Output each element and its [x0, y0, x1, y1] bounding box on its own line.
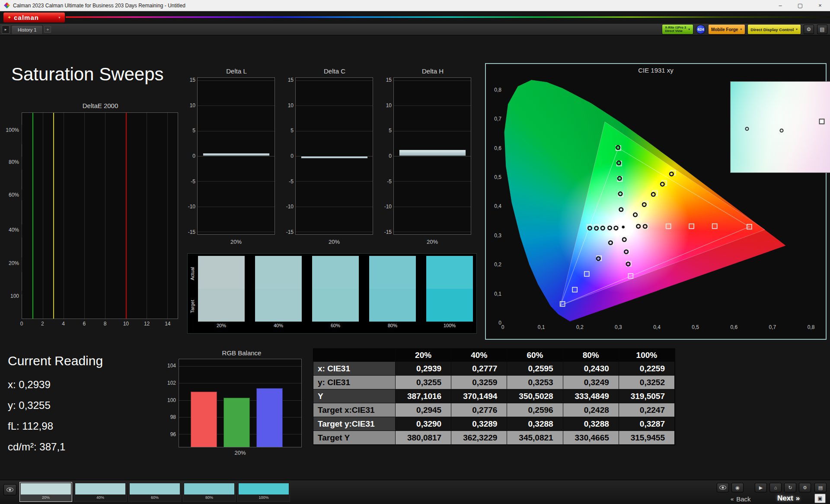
window-controls: – ▢ ×	[770, 0, 830, 11]
blank-screen-eye-button[interactable]	[717, 483, 729, 492]
table-row: Target x:CIE310,29450,27760,25960,24280,…	[313, 403, 675, 417]
actual-swatch	[369, 256, 416, 289]
meter-select-button[interactable]: X-Rite i1Pro 3 Direct View ▼	[662, 25, 693, 34]
back-label: Back	[736, 495, 750, 503]
history-expand-button[interactable]: ▸	[2, 26, 10, 34]
deltae-xticks: 02468101214	[22, 321, 178, 328]
cie-y-tick: 0,5	[494, 174, 501, 180]
settings-gear-button[interactable]: ⚙	[804, 25, 814, 34]
table-cell: 0,3252	[619, 376, 675, 389]
deltae-x-tick: 10	[123, 321, 129, 327]
display-control-button[interactable]: Direct Display Control ▼	[748, 25, 801, 34]
table-row: x: CIE310,29390,27770,25950,24300,2259	[313, 362, 675, 376]
gridline	[198, 232, 275, 232]
rgb-x-label: 20%	[179, 450, 302, 456]
calman-logo-button[interactable]: ✦ calman ▼	[3, 13, 65, 22]
actual-swatch	[426, 256, 473, 289]
gridline	[394, 207, 471, 207]
cie-x-tick: 0,2	[576, 324, 584, 330]
swatch-label: 20%	[198, 323, 245, 328]
x-axis-label: 20%	[197, 239, 275, 245]
deltae-refline-green	[32, 113, 33, 319]
swatch-column: 20%	[198, 256, 245, 328]
cie-x-tick: 0,5	[692, 324, 699, 330]
play-button[interactable]: ▶	[755, 483, 767, 492]
tick-label: -5	[387, 179, 392, 185]
table-cell: 387,1016	[396, 389, 451, 403]
target-swatch	[369, 289, 416, 322]
cie-x-tick: 0,1	[538, 324, 545, 330]
preview-swatch-button-40%[interactable]: 40%	[74, 482, 127, 502]
actual-swatch	[312, 256, 359, 289]
inset-circle-marker	[745, 127, 749, 131]
preview-swatch-button-100%[interactable]: 100%	[237, 482, 290, 502]
eye-icon	[719, 485, 726, 490]
y-axis-labels: 151050-5-10-15	[184, 77, 196, 235]
cie-xlabels: 00,10,20,30,40,50,60,70,8	[503, 324, 811, 331]
bottom-bar: ◉ ▶ ⌂ ↻ ⚙ ▤ « Back Next » ▣ 20%40%60%80%…	[0, 480, 830, 504]
tick-label: 5	[290, 128, 294, 134]
current-reading-y: y: 0,3255	[8, 395, 103, 416]
refresh-button[interactable]: ↻	[784, 483, 796, 492]
rgb-bar-green	[223, 398, 250, 447]
cie-target-square	[628, 274, 633, 278]
preview-swatch-button-60%[interactable]: 60%	[128, 482, 181, 502]
close-button[interactable]: ×	[810, 0, 830, 11]
target-swatch	[312, 289, 359, 322]
workspace-toggle-button[interactable]: ▤	[817, 25, 827, 34]
table-cell: 0,2596	[507, 403, 563, 417]
actual-axis-label: Actual	[190, 267, 195, 281]
table-cell: 0,2595	[507, 362, 563, 376]
toolbar: ▸ History 1 + X-Rite i1Pro 3 Direct View…	[0, 24, 830, 35]
cie-x-tick: 0,3	[615, 324, 622, 330]
back-button[interactable]: « Back	[731, 494, 751, 504]
table-row: Target Y380,0817362,3229345,0821330,4665…	[313, 431, 675, 445]
gridline	[198, 131, 275, 131]
table-cell: 0,3289	[451, 417, 507, 431]
calman-logo-text: calman	[14, 14, 39, 21]
source-select-button[interactable]: Mobile Forge ▼	[709, 25, 745, 34]
settings-button[interactable]: ⚙	[799, 483, 811, 492]
minimize-button[interactable]: –	[770, 0, 790, 11]
workspace-grid-button[interactable]: ▤	[814, 483, 827, 492]
table-header-row: 20%40%60%80%100%	[313, 349, 675, 362]
source-button-label: Mobile Forge	[711, 27, 738, 32]
tick-label: -10	[384, 204, 392, 210]
target-swatch	[198, 289, 245, 322]
gridline	[296, 181, 373, 182]
table-cell: 0,3259	[451, 376, 507, 389]
tick-label: 10	[190, 102, 195, 108]
gridline	[179, 383, 301, 383]
current-reading-x: x: 0,2939	[8, 374, 103, 395]
preview-swatch-button-80%[interactable]: 80%	[183, 482, 236, 502]
cie-y-tick: 0,4	[494, 203, 501, 209]
target-swatch	[426, 289, 473, 322]
swatch-label: 60%	[312, 323, 359, 328]
deltae-chart: DeltaE 2000 100%80%60%40%20%100 02468101…	[5, 102, 179, 337]
table-cell: 0,2259	[619, 362, 675, 376]
deltae-x-tick: 6	[83, 321, 86, 327]
next-button[interactable]: Next »	[777, 493, 800, 504]
speaker-button[interactable]: ◉	[731, 483, 744, 492]
maximize-button[interactable]: ▢	[790, 0, 810, 11]
deltae-row-label: 60%	[9, 192, 19, 198]
table-row: Y387,1016370,1494350,5028333,4849319,505…	[313, 389, 675, 403]
chart-title: Delta H	[393, 67, 472, 75]
rgb-bar-blue	[256, 388, 283, 447]
table-header-cell	[313, 349, 396, 362]
table-cell: 0,2428	[563, 403, 619, 417]
table-cell: 0,3253	[507, 376, 563, 389]
x-axis-label: 20%	[393, 239, 471, 245]
home-button[interactable]: ⌂	[769, 483, 782, 492]
history-tab[interactable]: History 1	[11, 25, 43, 34]
table-row-label: Target Y	[313, 431, 396, 445]
tick-label: 10	[386, 102, 392, 108]
tick-label: 15	[386, 77, 392, 83]
table-cell: 0,3288	[563, 417, 619, 431]
preview-swatch-button-20%[interactable]: 20%	[19, 482, 72, 502]
table-cell: 350,5028	[507, 389, 563, 403]
add-history-button[interactable]: +	[44, 26, 51, 33]
preview-eye-button[interactable]	[3, 484, 16, 495]
toolbar-right: X-Rite i1Pro 3 Direct View ▼ 624 Mobile …	[662, 25, 827, 34]
corner-layout-button[interactable]: ▣	[814, 494, 826, 503]
